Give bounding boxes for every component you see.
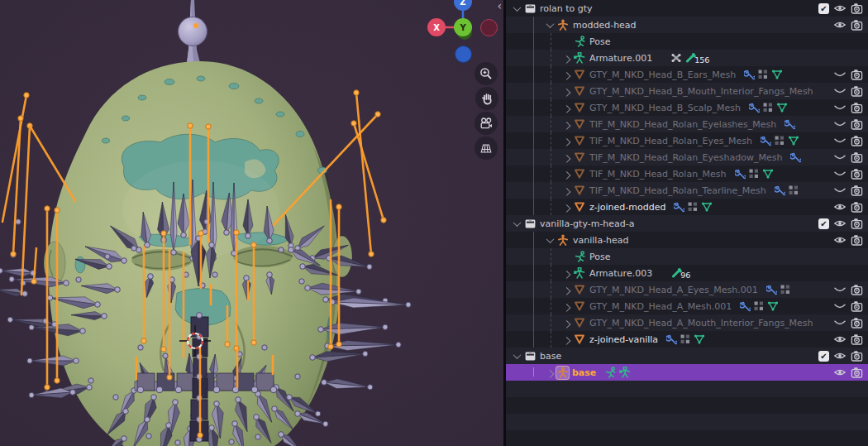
render-camera-toggle[interactable] [851,19,863,31]
visibility-eye-toggle[interactable] [833,136,847,146]
collection-checkbox[interactable]: ✔ [818,3,829,14]
outliner-row-tif-m-nkd-head-rolan-eyes-mesh[interactable]: TIF_M_NKD_Head_Rolan_Eyes_Mesh [506,132,868,149]
visibility-eye-toggle[interactable] [833,103,847,113]
meshdata-icon[interactable] [694,334,705,344]
data-icon[interactable] [775,136,785,146]
data-icon[interactable] [789,185,799,195]
expand-chevron-icon[interactable] [560,155,572,161]
outliner-row-vanilla-head[interactable]: vanilla-head [506,232,868,248]
expand-chevron-icon[interactable] [560,188,572,194]
gizmo-axis-x-neg[interactable] [480,19,498,36]
outliner-row-armature-003[interactable]: Armature.00396 [506,265,868,281]
render-camera-toggle[interactable] [851,85,863,98]
armature-figure-icon[interactable] [619,367,631,378]
expand-chevron-icon[interactable] [560,304,572,309]
pose-figure-icon[interactable] [604,367,616,378]
data-icon[interactable] [680,334,690,344]
camera-view-button[interactable] [475,112,498,135]
render-camera-toggle[interactable] [851,69,863,81]
expand-chevron-icon[interactable] [560,171,572,177]
expand-chevron-icon[interactable] [560,122,572,127]
wrench-icon[interactable] [740,301,751,312]
outliner-row-gty-m-nkd-head-a-mouth-interior-fangs-mesh[interactable]: GTY_M_NKD_Head_A_Mouth_Interior_Fangs_Me… [506,314,868,331]
outliner-row-gty-m-nkd-head-b-scalp-mesh[interactable]: GTY_M_NKD_Head_B_Scalp_Mesh [506,99,868,116]
visibility-eye-toggle[interactable] [833,301,847,311]
visibility-eye-toggle[interactable] [833,367,847,377]
outliner-row-gty-m-nkd-head-a-eyes-mesh-001[interactable]: GTY_M_NKD_Head_A_Eyes_Mesh.001 [506,281,868,298]
wrench-icon[interactable] [744,70,755,80]
meshdata-icon[interactable] [788,136,799,146]
render-camera-toggle[interactable] [851,2,863,15]
render-camera-toggle[interactable] [851,201,863,213]
gizmo-axis-y[interactable]: Y [454,18,472,36]
expand-chevron-icon[interactable] [544,22,556,28]
render-camera-toggle[interactable] [851,284,863,296]
visibility-eye-toggle[interactable] [833,119,847,129]
visibility-eye-toggle[interactable] [833,218,847,228]
data-icon[interactable] [780,285,790,295]
visibility-eye-toggle[interactable] [833,152,847,162]
render-camera-toggle[interactable] [851,102,863,114]
outliner-row-base[interactable]: base [506,364,868,381]
render-camera-toggle[interactable] [851,350,863,362]
expand-chevron-icon[interactable] [560,105,572,111]
render-camera-toggle[interactable] [851,218,863,230]
visibility-eye-toggle[interactable] [833,202,847,212]
data-icon[interactable] [763,103,773,113]
zoom-button[interactable] [475,62,498,85]
gizmo-axis-z-neg[interactable] [455,46,472,63]
gizmo-axis-x[interactable]: X [427,18,446,36]
visibility-eye-toggle[interactable] [833,20,847,30]
outliner-row-gty-m-nkd-head-b-mouth-interior-fangs-mesh[interactable]: GTY_M_NKD_Head_B_Mouth_Interior_Fangs_Me… [506,83,868,99]
visibility-eye-toggle[interactable] [833,285,847,295]
wrench-icon[interactable] [785,119,795,130]
expand-chevron-icon[interactable] [511,6,522,12]
outliner-row-vanilla-gty-m-head-a[interactable]: vanilla-gty-m-head-a✔ [506,215,868,232]
render-camera-toggle[interactable] [851,317,863,329]
render-camera-toggle[interactable] [851,367,863,379]
visibility-eye-toggle[interactable] [833,169,847,179]
projection-button[interactable] [475,137,498,160]
render-camera-toggle[interactable] [851,333,863,346]
meshdata-icon[interactable] [762,169,774,179]
wrench-icon[interactable] [766,285,777,295]
outliner-row-pose[interactable]: Pose [506,33,868,50]
visibility-eye-toggle[interactable] [833,70,847,79]
collection-checkbox[interactable]: ✔ [818,351,829,362]
outliner-row-tif-m-nkd-head-rolan-eyeshadow-mesh[interactable]: TIF_M_NKD_Head_Rolan_Eyeshadow_Mesh [506,149,868,165]
expand-chevron-icon[interactable] [560,337,572,343]
data-icon[interactable] [758,70,768,79]
collection-checkbox[interactable]: ✔ [818,218,829,229]
render-camera-toggle[interactable] [851,185,863,197]
data-icon[interactable] [688,202,698,212]
pan-button[interactable] [475,87,498,110]
data-icon[interactable] [754,301,764,311]
render-camera-toggle[interactable] [851,300,863,313]
expand-chevron-icon[interactable] [560,271,572,276]
3d-viewport[interactable]: Z X Y [0,0,503,446]
outliner-row-modded-head[interactable]: modded-head [506,17,868,33]
wrench-icon[interactable] [790,152,801,163]
expand-chevron-icon[interactable] [560,138,572,144]
outliner-row-tif-m-nkd-head-rolan-tearline-mesh[interactable]: TIF_M_NKD_Head_Rolan_Tearline_Mesh [506,182,868,199]
visibility-eye-toggle[interactable] [833,351,847,361]
visibility-eye-toggle[interactable] [833,235,847,245]
expand-chevron-icon[interactable] [560,89,572,94]
meshdata-icon[interactable] [767,301,779,311]
expand-chevron-icon[interactable] [560,204,572,210]
wrench-icon[interactable] [749,103,760,113]
wrench-icon[interactable] [761,136,771,146]
expand-chevron-icon[interactable] [560,72,572,78]
outliner-row-gty-m-nkd-head-a-mesh-001[interactable]: GTY_M_NKD_Head_A_Mesh.001 [506,298,868,314]
outliner-row-z-joined-modded[interactable]: z-joined-modded [506,199,868,215]
meshdata-icon[interactable] [701,202,713,212]
render-camera-toggle[interactable] [851,118,863,131]
wrench-icon[interactable] [674,202,684,213]
expand-chevron-icon[interactable] [560,320,572,326]
render-camera-toggle[interactable] [851,151,863,164]
outliner-row-tif-m-nkd-head-rolan-mesh[interactable]: TIF_M_NKD_Head_Rolan_Mesh [506,165,868,182]
expand-chevron-icon[interactable] [511,353,522,359]
outliner-row-z-joined-vanilla[interactable]: z-joined-vanilla [506,331,868,348]
expand-chevron-icon[interactable] [511,221,522,227]
outliner-row-rolan-to-gty[interactable]: rolan to gty✔ [506,0,868,17]
